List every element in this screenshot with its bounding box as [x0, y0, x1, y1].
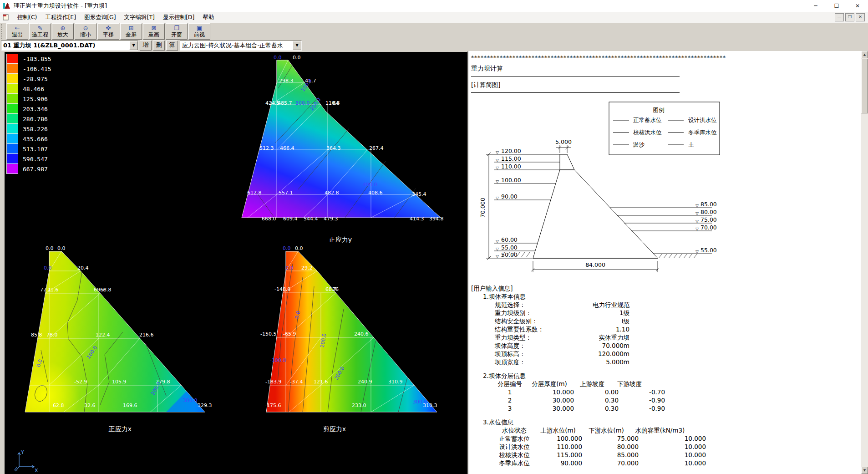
legend-row: -183.855	[6, 54, 51, 64]
selection-row: 01 重力坝 1(&ZLB_0001.DAT) ▼ 增删算 应力云图-持久状况-…	[0, 40, 868, 51]
legend-row: 203.346	[6, 104, 51, 114]
info-row: 规范选择：电力行业规范	[495, 301, 855, 309]
divider	[471, 92, 680, 93]
dim-top-width: 5.000	[555, 138, 572, 145]
exit-label: 退出	[12, 31, 23, 38]
scroll-up-icon[interactable]: ▲	[861, 51, 868, 58]
drawing-canvas[interactable]: -183.855-106.415-28.97548.466125.906203.…	[5, 52, 467, 474]
contour-value-label: 612.8	[247, 190, 262, 196]
info-row: 结构重要性系数：1.10	[495, 325, 855, 333]
contour-value-label: 121.6	[314, 379, 328, 385]
mdi-restore-button[interactable]: ❐	[845, 13, 854, 21]
menu-bar: 控制(C)工程操作[E]图形查询[G]文字编辑[T]显示控制[D]帮助 —❐✕	[0, 12, 868, 23]
info-label: 坝顶标高：	[495, 350, 571, 358]
contour-value-label: 29.2	[301, 265, 313, 271]
legend-value: 280.786	[23, 116, 48, 122]
contour-value-label: 0.0	[46, 245, 54, 251]
axis-y-label: Y	[20, 449, 24, 455]
window-title: 理正岩土重力坝设计软件 - [重力坝]	[14, 2, 107, 10]
legend-value: 125.906	[23, 96, 48, 102]
elevation-label: 55.00	[700, 247, 717, 254]
contour-value-label: 85.8	[31, 332, 42, 338]
vertical-scrollbar[interactable]: ▲ ▼	[861, 51, 868, 474]
zoom-out-button[interactable]: ⊖缩小	[75, 23, 96, 40]
info-value: 1.10	[571, 325, 629, 333]
mdi-close-button[interactable]: ✕	[856, 13, 865, 21]
contour-value-label: 668.0	[262, 216, 276, 222]
menu-item-帮助[interactable]: 帮助	[198, 13, 218, 22]
mdi-minimize-button[interactable]: —	[835, 13, 844, 21]
section-heading: [用户输入信息]	[471, 284, 855, 292]
water-table-cell: 75.000	[590, 434, 647, 443]
layer-table-header: 上游坡度	[574, 380, 610, 388]
redraw-button[interactable]: ⊠重画	[143, 23, 165, 40]
water-level-icon: ▽	[496, 254, 499, 259]
view-combobox[interactable]: 应力云图-持久状况-基本组合-正常蓄水 ▼	[180, 41, 302, 51]
layer-table-row: 330.0000.30-0.90	[495, 404, 855, 413]
water-level-icon: ▽	[496, 196, 499, 200]
contour-plot-sigma-x: 0.00.00.020.477.171.669.768.885.878.0122…	[14, 245, 214, 433]
legend-value: -28.975	[23, 76, 48, 82]
plot-caption: 正应力x	[109, 425, 132, 433]
water-table-row: 校核洪水位115.00085.00010.000	[495, 451, 855, 459]
view-combobox-value: 应力云图-持久状况-基本组合-正常蓄水	[180, 41, 293, 50]
full-screen-icon: ⊞	[129, 25, 134, 31]
zoom-in-label: 放大	[57, 31, 68, 38]
color-scale-legend: -183.855-106.415-28.97548.466125.906203.…	[6, 54, 51, 174]
menu-item-文字编辑[interactable]: 文字编辑[T]	[120, 13, 159, 22]
delete-button[interactable]: 删	[153, 41, 165, 51]
elevation-label: 70.00	[700, 224, 717, 231]
contour-value-label: -0.0	[291, 55, 300, 61]
legend-swatch	[6, 154, 18, 164]
front-view-icon: ▣	[197, 25, 202, 31]
contour-value-label: -148.9	[274, 286, 290, 292]
water-level-icon: ▽	[695, 227, 699, 231]
zoom-in-icon: ⊕	[61, 25, 66, 31]
contour-value-label: 64	[333, 100, 339, 106]
menu-item-图形查询[interactable]: 图形查询[G]	[80, 13, 120, 22]
calculate-button[interactable]: 算	[166, 41, 178, 51]
elevation-label: 80.00	[700, 209, 717, 215]
zoom-in-button[interactable]: ⊕放大	[52, 23, 74, 40]
exit-button[interactable]: ←退出	[6, 23, 28, 40]
legend-entry: 淤沙	[633, 141, 645, 148]
scrollbar-thumb[interactable]	[861, 59, 868, 113]
front-view-button[interactable]: ▣前视	[188, 23, 210, 40]
legend-swatch	[6, 84, 18, 94]
water-level-icon: ▽	[695, 204, 699, 208]
minimize-button[interactable]: ─	[805, 0, 826, 12]
ground-hatch	[501, 252, 697, 258]
close-button[interactable]: ✕	[847, 0, 868, 12]
layer-table-row: 230.0000.30-0.90	[495, 396, 855, 404]
select-project-button[interactable]: ✎选工程	[29, 23, 51, 40]
add-button[interactable]: 增	[140, 41, 152, 51]
legend-row: 280.786	[6, 114, 51, 124]
info-value: 5.000m	[571, 358, 629, 366]
divider	[471, 76, 680, 76]
water-level-icon: ▽	[496, 239, 499, 244]
menu-item-控制[interactable]: 控制(C)	[13, 13, 41, 22]
project-combobox[interactable]: 01 重力坝 1(&ZLB_0001.DAT) ▼	[1, 41, 138, 51]
toolbar-grip[interactable]	[1, 24, 5, 39]
contour-value-label: 0.0	[57, 245, 66, 251]
legend-row: 667.987	[6, 164, 51, 174]
water-level-icon: ▽	[496, 158, 499, 163]
contour-value-label: 105.9	[112, 379, 127, 385]
contour-value-label: 0.0	[274, 55, 282, 61]
maximize-button[interactable]: ☐	[826, 0, 847, 12]
water-table-cell: 10.000	[647, 434, 714, 443]
menu-item-工程操作[interactable]: 工程操作[E]	[41, 13, 80, 22]
pan-button[interactable]: ✜平移	[97, 23, 119, 40]
chevron-down-icon[interactable]: ▼	[293, 41, 301, 50]
contour-value-label: 300.0	[295, 100, 310, 106]
layer-table-cell: 10.000	[525, 388, 582, 396]
chevron-down-icon[interactable]: ▼	[129, 41, 138, 50]
full-screen-button[interactable]: ⊞全屏	[120, 23, 142, 40]
menu-item-显示控制[interactable]: 显示控制[D]	[159, 13, 198, 22]
layer-table-cell: -0.70	[627, 388, 673, 396]
window-zoom-button[interactable]: ❐开窗	[166, 23, 188, 40]
legend-value: 48.466	[23, 86, 44, 92]
contour-value-label: 345.4	[412, 191, 426, 197]
water-level-icon: ▽	[695, 211, 699, 216]
scroll-down-icon[interactable]: ▼	[861, 467, 868, 474]
